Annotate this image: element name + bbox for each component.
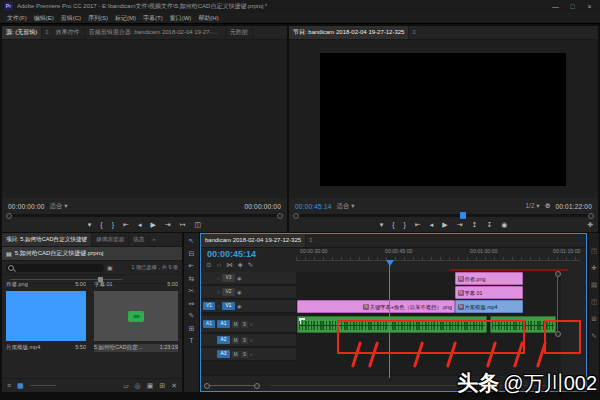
program-resolution-dropdown[interactable]: 1/2 ▾: [526, 202, 540, 210]
panel-menu-icon[interactable]: ≡: [42, 26, 52, 39]
item-label-selected[interactable]: 5.如何给CAD自定... 1:23:19: [94, 344, 178, 352]
list-view-icon[interactable]: ≡: [7, 382, 11, 389]
eye-icon[interactable]: ◉: [237, 289, 241, 295]
settings-wrench-icon[interactable]: ⚙: [545, 202, 551, 210]
track-name[interactable]: V2: [222, 288, 235, 296]
play-icon[interactable]: ▶: [150, 221, 155, 229]
track-name[interactable]: A3: [217, 350, 230, 358]
solo-button[interactable]: S: [241, 321, 248, 328]
tab-metadata[interactable]: 元数据: [226, 26, 253, 39]
mic-icon[interactable]: ♪: [250, 337, 253, 343]
new-bin-icon[interactable]: ▣: [147, 382, 154, 390]
track-header-a3[interactable]: A3 M S ♪: [201, 348, 296, 361]
timeline-timecode[interactable]: 00:00:45:14: [207, 249, 256, 259]
track-name[interactable]: V1: [222, 302, 235, 310]
insert-icon[interactable]: ↦: [180, 221, 186, 229]
type-tool-icon[interactable]: T: [189, 337, 193, 344]
tab-source[interactable]: 源: (无剪辑): [2, 26, 42, 39]
extract-icon[interactable]: ↧: [486, 221, 492, 229]
marker-icon[interactable]: ◈: [238, 261, 243, 269]
track-name[interactable]: V3: [222, 274, 235, 282]
panel-menu-icon[interactable]: ≡: [409, 26, 419, 39]
source-scrubber[interactable]: [8, 214, 281, 217]
solo-button[interactable]: S: [241, 351, 248, 358]
zoom-slider[interactable]: [30, 385, 56, 386]
menu-clip[interactable]: 剪辑(C): [58, 14, 84, 23]
item-label[interactable]: 作者.png 5:00: [6, 281, 86, 289]
mic-icon[interactable]: ♪: [250, 351, 253, 357]
clip-subtitle-01[interactable]: fx字幕 01: [455, 286, 523, 299]
source-timecode-current[interactable]: 00:00:00:00: [8, 203, 45, 210]
add-track-icon[interactable]: ✚: [591, 264, 596, 272]
selection-tool-icon[interactable]: ↖: [189, 237, 195, 245]
item-label[interactable]: 字幕 01 5:00: [94, 281, 178, 289]
mute-button[interactable]: M: [232, 351, 239, 358]
track-header-a2[interactable]: A2 M S ♪: [201, 334, 296, 347]
panel-icon-3[interactable]: ◫: [591, 298, 597, 306]
step-back-icon[interactable]: ◂: [430, 221, 434, 229]
step-forward-icon[interactable]: ⇥: [165, 221, 171, 229]
menu-sequence[interactable]: 序列(S): [85, 14, 111, 23]
lift-icon[interactable]: ↥: [472, 221, 478, 229]
menu-help[interactable]: 帮助(H): [195, 14, 221, 23]
menu-edit[interactable]: 编辑(E): [31, 14, 57, 23]
slip-tool-icon[interactable]: ↭: [189, 300, 195, 308]
tab-audio-mixer[interactable]: 音频剪辑混合器: bandicam 2018-02-04 19-27-12-32…: [85, 26, 226, 39]
new-item-icon[interactable]: ⊞: [159, 382, 165, 390]
minimize-button[interactable]: —: [549, 3, 562, 10]
rate-stretch-tool-icon[interactable]: ⇆: [189, 275, 195, 283]
close-button[interactable]: ×: [583, 3, 596, 10]
mark-in-icon[interactable]: {: [100, 221, 102, 228]
clip-author-png[interactable]: fx作者.png: [455, 272, 523, 285]
solo-button[interactable]: S: [241, 337, 248, 344]
tab-effect-controls[interactable]: 效果控件: [52, 26, 85, 39]
thumbnail-video-frame[interactable]: [6, 291, 86, 341]
program-scrubber[interactable]: [295, 214, 592, 217]
mute-button[interactable]: M: [232, 337, 239, 344]
track-header-a1[interactable]: A1 A1 M S ♪: [201, 316, 296, 333]
mute-button[interactable]: M: [232, 321, 239, 328]
pen-tool-icon[interactable]: ✎: [189, 312, 195, 320]
panel-icon-4[interactable]: ⊞: [591, 315, 596, 323]
panel-icon-5[interactable]: ✎: [591, 332, 596, 340]
mark-in-icon[interactable]: {: [392, 221, 394, 228]
timeline-playhead-marker[interactable]: [386, 260, 394, 270]
tab-program[interactable]: 节目: bandicam 2018-02-04 19-27-12-325: [289, 26, 409, 39]
eye-icon[interactable]: ◉: [237, 275, 241, 281]
track-header-v2[interactable]: ○ V2 ◉: [201, 286, 296, 299]
thumbnail-clip[interactable]: »»: [94, 291, 178, 341]
menu-window[interactable]: 窗口(W): [167, 14, 195, 23]
source-fit-dropdown[interactable]: 适合 ▾: [50, 202, 68, 211]
export-frame-icon[interactable]: ◉: [501, 221, 507, 229]
panel-icon-2[interactable]: ▤: [591, 281, 597, 289]
mic-icon[interactable]: ♪: [250, 321, 253, 327]
clip-outro-mp4[interactable]: fx片尾模版.mp4: [455, 300, 523, 313]
button-editor-icon[interactable]: ✚: [587, 221, 593, 229]
play-icon[interactable]: ▶: [442, 221, 447, 229]
icon-view-icon[interactable]: ▦: [17, 382, 24, 390]
add-marker-icon[interactable]: ▾: [380, 221, 384, 229]
track-header-v1[interactable]: V1 ○ V1 ◉: [201, 300, 296, 313]
step-back-icon[interactable]: ◂: [138, 221, 142, 229]
menu-marker[interactable]: 标记(M): [112, 14, 139, 23]
source-patch-v1[interactable]: V1: [203, 302, 215, 310]
eye-icon[interactable]: ◉: [237, 303, 241, 309]
track-name[interactable]: A2: [217, 336, 230, 344]
menu-title[interactable]: 字幕(T): [140, 14, 166, 23]
add-marker-icon[interactable]: ▾: [88, 221, 92, 229]
program-timecode-current[interactable]: 00:00:45:14: [295, 203, 332, 210]
find-icon[interactable]: ◎: [135, 382, 141, 390]
automate-sequence-icon[interactable]: ▱: [123, 382, 128, 390]
timeline-settings-icon[interactable]: ✎: [248, 261, 253, 269]
program-fit-dropdown[interactable]: 适合 ▾: [337, 202, 355, 211]
bin-icon[interactable]: ▣: [107, 264, 113, 271]
hand-tool-icon[interactable]: ⊞: [189, 325, 195, 333]
menu-file[interactable]: 文件(F): [4, 14, 30, 23]
razor-tool-icon[interactable]: ✂: [189, 287, 195, 295]
tab-overflow-icon[interactable]: »: [149, 233, 158, 246]
lock-icon[interactable]: ○: [217, 289, 220, 295]
lock-icon[interactable]: ○: [217, 303, 220, 309]
track-select-tool-icon[interactable]: ⊟: [189, 250, 195, 258]
go-to-in-icon[interactable]: ⇤: [415, 221, 421, 229]
timeline-ruler[interactable]: 00:00:30:00 00:00:45:00 00:01:00:00 00:0…: [296, 247, 581, 261]
